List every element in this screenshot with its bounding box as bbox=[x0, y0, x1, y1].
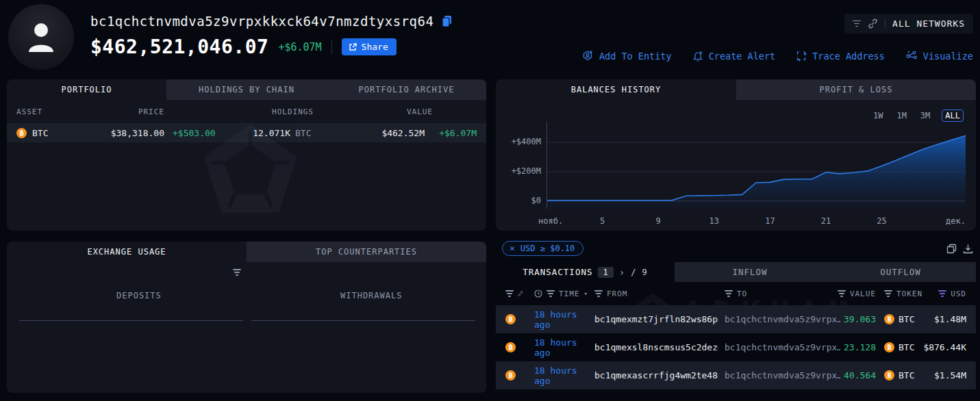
tab-balances-history[interactable]: BALANCES HISTORY bbox=[496, 79, 736, 100]
tab-outflow[interactable]: OUTFLOW bbox=[825, 262, 976, 282]
x-axis-tick: 5 bbox=[600, 216, 605, 226]
y-axis-tick: +$200M bbox=[501, 166, 541, 176]
tab-inflow[interactable]: INFLOW bbox=[675, 262, 825, 282]
bitcoin-icon: ₿ bbox=[16, 128, 27, 138]
add-entity-icon bbox=[582, 50, 594, 62]
tab-portfolio-archive[interactable]: PORTFOLIO ARCHIVE bbox=[327, 79, 486, 100]
caret-down-icon[interactable]: ▾ bbox=[584, 290, 588, 297]
tx-time-link[interactable]: 18 hours ago bbox=[523, 337, 594, 358]
filter-icon[interactable] bbox=[233, 269, 241, 276]
filter-icon[interactable] bbox=[838, 290, 846, 297]
page: bc1qchctnvmdva5z9vrpxkkxck64v7nmzdtyxsrq… bbox=[0, 0, 980, 401]
balances-chart: +$400M+$200M$0нояб.5913172125дек. bbox=[501, 120, 974, 229]
tab-transactions[interactable]: TRANSACTIONS 1 › / 9 bbox=[496, 262, 675, 282]
tab-portfolio[interactable]: PORTFOLIO bbox=[7, 79, 166, 100]
bitcoin-chain-icon: ₿ bbox=[505, 342, 516, 352]
transactions-tabs: TRANSACTIONS 1 › / 9 INFLOW OUTFLOW bbox=[496, 262, 976, 282]
col-usd[interactable]: USD bbox=[951, 289, 966, 298]
col-value[interactable]: VALUE bbox=[850, 289, 876, 298]
add-to-entity-button[interactable]: Add To Entity bbox=[582, 50, 672, 62]
tab-exchange-usage[interactable]: EXCHANGE USAGE bbox=[7, 242, 247, 262]
range-1w[interactable]: 1W bbox=[871, 110, 885, 121]
trace-address-button[interactable]: Trace Address bbox=[796, 51, 885, 62]
header-actions: Add To Entity Create Alert Trace Address… bbox=[582, 50, 973, 62]
tab-profit-loss[interactable]: PROFIT & LOSS bbox=[736, 79, 976, 100]
tx-from-address[interactable]: bc1qmexascrrfjg4wm2te48u bbox=[594, 370, 718, 380]
download-icon[interactable] bbox=[963, 244, 973, 254]
bitcoin-icon: ₿ bbox=[884, 314, 894, 324]
bitcoin-chain-icon: ₿ bbox=[505, 314, 516, 324]
copy-table-icon[interactable] bbox=[946, 244, 957, 254]
table-row[interactable]: ₿ 18 hours ago bc1qmexmzt7jrfln82ws86pc … bbox=[496, 305, 976, 333]
x-axis-tick: дек. bbox=[946, 216, 966, 226]
filter-icon[interactable] bbox=[725, 290, 733, 297]
next-page-button[interactable]: › bbox=[619, 267, 625, 278]
bitcoin-icon: ₿ bbox=[884, 342, 894, 352]
tx-token: BTC bbox=[899, 370, 914, 380]
tx-from-address[interactable]: bc1qmexmzt7jrfln82ws86pc bbox=[594, 314, 718, 324]
address-title: bc1qchctnvmdva5z9vrpxkkxck64v7nmzdtyxsrq… bbox=[90, 14, 434, 29]
close-icon[interactable]: × bbox=[510, 243, 515, 253]
action-label: Visualize bbox=[923, 51, 973, 62]
deposits-divider bbox=[19, 320, 243, 321]
link-icon bbox=[868, 18, 878, 29]
asset-value: $462.52M bbox=[314, 128, 425, 138]
tx-time-link[interactable]: 18 hours ago bbox=[523, 309, 594, 330]
col-price: PRICE bbox=[96, 107, 222, 116]
filter-icon-active[interactable] bbox=[938, 290, 946, 297]
divider bbox=[885, 18, 885, 29]
tx-usd: $1.54M bbox=[918, 370, 966, 380]
visualize-button[interactable]: Visualize bbox=[905, 51, 973, 62]
tx-to-address[interactable]: bc1qchctnvmdva5z9vrpx… bbox=[718, 342, 840, 352]
balances-tabs: BALANCES HISTORY PROFIT & LOSS bbox=[496, 79, 976, 100]
table-row[interactable]: ₿ 18 hours ago bc1qmexsl8nscmsus5c2dezg … bbox=[496, 333, 976, 361]
tx-to-address[interactable]: bc1qchctnvmdva5z9vrpx… bbox=[718, 314, 840, 324]
share-button[interactable]: Share bbox=[342, 38, 397, 55]
x-axis-tick: нояб. bbox=[538, 216, 563, 226]
balance-change: +$6.07M bbox=[278, 41, 321, 53]
link-icon[interactable] bbox=[518, 289, 523, 298]
filter-icon[interactable] bbox=[505, 290, 514, 297]
filter-icon[interactable] bbox=[546, 290, 555, 297]
range-3m[interactable]: 3M bbox=[918, 110, 932, 121]
withdrawals-divider bbox=[251, 320, 475, 321]
tab-top-counterparties[interactable]: TOP COUNTERPARTIES bbox=[247, 242, 486, 262]
usd-filter-chip[interactable]: × USD ≥ $0.10 bbox=[502, 241, 583, 256]
tx-value: 23.128 bbox=[840, 342, 876, 352]
filter-icon[interactable] bbox=[594, 290, 603, 297]
action-label: Add To Entity bbox=[599, 51, 672, 62]
asset-name: BTC bbox=[32, 128, 48, 138]
tx-time-link[interactable]: 18 hours ago bbox=[523, 365, 594, 386]
table-row[interactable]: ₿ BTC $38,318.00 +$503.00 12.071K BTC $4… bbox=[7, 123, 486, 142]
col-to[interactable]: TO bbox=[737, 289, 747, 298]
tx-usd: $1.48M bbox=[918, 314, 966, 324]
create-alert-button[interactable]: Create Alert bbox=[692, 50, 776, 62]
portfolio-columns: ASSET PRICE HOLDINGS VALUE bbox=[7, 100, 486, 123]
tx-to-address[interactable]: bc1qchctnvmdva5z9vrpx… bbox=[718, 370, 840, 380]
col-from[interactable]: FROM bbox=[607, 289, 628, 298]
col-value: VALUE bbox=[314, 107, 477, 116]
y-axis-tick: +$400M bbox=[501, 137, 541, 146]
filter-icon[interactable] bbox=[884, 290, 892, 297]
copy-address-icon[interactable] bbox=[442, 15, 453, 27]
clock-icon bbox=[534, 289, 542, 298]
tx-token: BTC bbox=[899, 342, 914, 352]
table-row[interactable]: ₿ 18 hours ago bc1qmexascrrfjg4wm2te48u … bbox=[496, 361, 976, 389]
page-current: 1 bbox=[598, 267, 613, 278]
divider bbox=[331, 40, 332, 55]
bitcoin-chain-icon: ₿ bbox=[505, 370, 516, 380]
tab-holdings-by-chain[interactable]: HOLDINGS BY CHAIN bbox=[166, 79, 327, 100]
transactions-label: TRANSACTIONS bbox=[523, 267, 592, 277]
bell-plus-icon bbox=[692, 50, 703, 62]
exchange-tabs: EXCHANGE USAGE TOP COUNTERPARTIES bbox=[7, 242, 486, 262]
col-time[interactable]: TIME bbox=[559, 289, 580, 298]
all-networks-selector[interactable]: ALL NETWORKS bbox=[844, 14, 973, 34]
balance-value: $462,521,046.07 bbox=[90, 36, 268, 58]
range-1m[interactable]: 1M bbox=[894, 110, 908, 121]
tx-value: 40.564 bbox=[840, 370, 876, 380]
transactions-toolbar: × USD ≥ $0.10 bbox=[496, 240, 976, 257]
asset-holdings-unit: BTC bbox=[290, 128, 314, 138]
external-link-icon bbox=[349, 43, 357, 51]
tx-from-address[interactable]: bc1qmexsl8nscmsus5c2dezg bbox=[594, 342, 718, 352]
tx-value: 39.063 bbox=[840, 314, 876, 324]
